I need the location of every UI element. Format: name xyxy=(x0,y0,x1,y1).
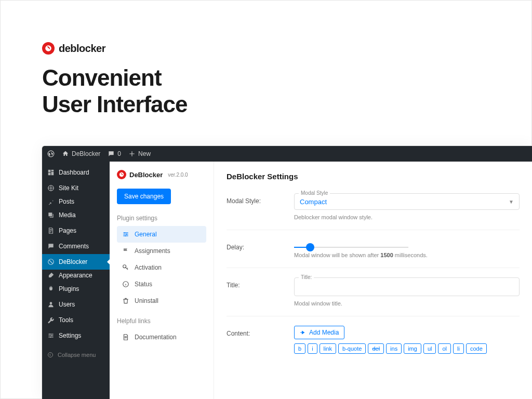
editor-btn-code[interactable]: code xyxy=(466,343,487,354)
sidebar-item-comments[interactable]: Comments xyxy=(42,238,110,254)
plugin-title: DeBlocker ver.2.0.0 xyxy=(117,170,206,179)
collapse-menu[interactable]: Collapse menu xyxy=(42,348,110,362)
title-input[interactable]: Title: xyxy=(294,277,520,296)
svg-point-3 xyxy=(50,302,52,304)
brand-name: deblocker xyxy=(59,43,105,55)
sidebar-item-site-kit[interactable]: Site Kit xyxy=(42,180,110,196)
sidebar-item-dashboard[interactable]: Dashboard xyxy=(42,165,110,180)
slider-thumb[interactable] xyxy=(306,243,314,251)
sidebar-item-pages[interactable]: Pages xyxy=(42,223,110,238)
comments-link[interactable]: 0 xyxy=(108,150,121,157)
plugin-nav-general[interactable]: General xyxy=(117,226,206,243)
helpful-link-documentation[interactable]: Documentation xyxy=(117,329,206,345)
plugin-nav-uninstall[interactable]: Uninstall xyxy=(117,292,206,309)
editor-btn-b-quote[interactable]: b-quote xyxy=(338,343,366,354)
brand-icon xyxy=(42,42,55,55)
svg-point-8 xyxy=(124,232,125,233)
save-button[interactable]: Save changes xyxy=(117,189,171,204)
editor-btn-ul[interactable]: ul xyxy=(423,343,436,354)
plugin-nav-assignments[interactable]: Assignments xyxy=(117,243,206,259)
site-link[interactable]: DeBlocker xyxy=(62,150,100,157)
new-link[interactable]: New xyxy=(128,150,151,157)
wp-logo-icon[interactable] xyxy=(47,150,55,157)
svg-point-4 xyxy=(49,334,50,335)
settings-panel: DeBlocker Settings Modal Style: Modal St… xyxy=(214,162,532,399)
brand-logo: deblocker xyxy=(42,42,490,55)
sidebar-item-posts[interactable]: Posts xyxy=(42,196,110,207)
svg-point-7 xyxy=(48,353,53,357)
add-media-button[interactable]: Add Media xyxy=(294,326,344,339)
sidebar-item-settings[interactable]: Settings xyxy=(42,328,110,343)
delay-label: Delay: xyxy=(227,240,273,251)
editor-btn-li[interactable]: li xyxy=(453,343,464,354)
editor-btn-b[interactable]: b xyxy=(294,343,305,354)
svg-point-6 xyxy=(50,337,51,338)
sidebar-item-tools[interactable]: Tools xyxy=(42,312,110,328)
editor-toolbar: bilinkb-quotedelinsimgulollicode xyxy=(294,343,520,354)
plugin-settings-sidebar: DeBlocker ver.2.0.0 Save changes Plugin … xyxy=(110,162,214,399)
editor-btn-link[interactable]: link xyxy=(320,343,337,354)
wp-topbar: DeBlocker 0 New xyxy=(42,146,532,162)
content-label: Content: xyxy=(227,326,273,337)
plugin-nav-activation[interactable]: Activation xyxy=(117,259,206,276)
editor-btn-ol[interactable]: ol xyxy=(438,343,451,354)
plugin-icon xyxy=(117,170,126,179)
sidebar-item-plugins[interactable]: Plugins xyxy=(42,281,110,297)
sidebar-item-users[interactable]: Users xyxy=(42,297,110,312)
sidebar-item-deblocker[interactable]: DeBlocker xyxy=(42,254,110,270)
plugin-nav-status[interactable]: Status xyxy=(117,276,206,292)
delay-help: Modal window will be shown after 1500 mi… xyxy=(294,252,520,258)
helpful-links-heading: Helpful links xyxy=(117,317,206,325)
svg-point-13 xyxy=(301,332,302,333)
sidebar-item-appearance[interactable]: Appearance xyxy=(42,270,110,281)
wp-sidebar: DashboardSite KitPostsMediaPagesComments… xyxy=(42,162,110,399)
hero-heading: ConvenientUser Interface xyxy=(42,65,490,117)
editor-btn-ins[interactable]: ins xyxy=(386,343,402,354)
editor-btn-img[interactable]: img xyxy=(404,343,421,354)
modal-style-label: Modal Style: xyxy=(227,193,273,205)
sidebar-item-media[interactable]: Media xyxy=(42,207,110,223)
wp-admin-frame: DeBlocker 0 New DashboardSite KitPostsMe… xyxy=(42,145,532,399)
svg-point-9 xyxy=(126,234,127,235)
chevron-down-icon: ▼ xyxy=(509,199,514,205)
editor-btn-i[interactable]: i xyxy=(308,343,317,354)
settings-heading: DeBlocker Settings xyxy=(227,172,520,181)
delay-slider[interactable] xyxy=(294,247,408,248)
modal-style-select[interactable]: Modal Style Compact ▼ xyxy=(294,193,520,210)
title-label: Title: xyxy=(227,277,273,289)
editor-btn-del[interactable]: del xyxy=(368,343,384,354)
plugin-section-heading: Plugin settings xyxy=(117,215,206,222)
svg-point-10 xyxy=(125,235,126,236)
svg-point-5 xyxy=(51,335,52,336)
